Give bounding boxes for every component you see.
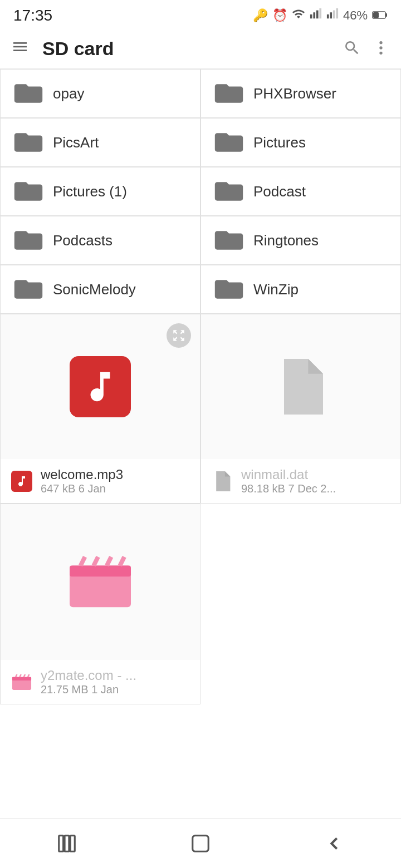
- folder-icon: [14, 180, 43, 203]
- svg-line-19: [120, 557, 124, 566]
- expand-button[interactable]: [167, 323, 191, 348]
- folder-name: PicsArt: [53, 134, 99, 151]
- status-bar: 17:35 🔑 ⏰ 46%: [0, 0, 401, 29]
- file-name: winmail.dat: [241, 467, 336, 482]
- signal-icon: [310, 8, 322, 23]
- file-item-welcome-mp3[interactable]: welcome.mp3 647 kB 6 Jan: [0, 314, 200, 504]
- file-meta: 21.75 MB 1 Jan: [41, 683, 136, 696]
- header: SD card: [0, 29, 401, 69]
- key-icon: 🔑: [253, 8, 268, 23]
- svg-line-17: [94, 557, 98, 566]
- svg-point-12: [379, 46, 382, 49]
- alarm-icon: ⏰: [272, 8, 287, 23]
- file-info: y2mate.com - ... 21.75 MB 1 Jan: [1, 660, 200, 704]
- svg-line-16: [81, 557, 85, 566]
- svg-rect-2: [316, 11, 319, 19]
- status-icons: 🔑 ⏰ 46%: [253, 7, 388, 24]
- file-preview: [1, 504, 200, 660]
- folder-item[interactable]: Podcast: [200, 167, 401, 216]
- svg-rect-28: [70, 835, 75, 851]
- file-name: y2mate.com - ...: [41, 668, 136, 683]
- home-nav-button[interactable]: [173, 827, 228, 860]
- folder-item[interactable]: PicsArt: [0, 118, 200, 167]
- folder-icon: [214, 82, 243, 105]
- recent-nav-button[interactable]: [39, 827, 95, 860]
- folder-name: Pictures: [253, 134, 306, 151]
- page-title: SD card: [42, 38, 343, 60]
- svg-rect-3: [319, 8, 321, 18]
- folder-name: Ringtones: [253, 232, 319, 249]
- folder-name: Podcast: [253, 183, 306, 200]
- folder-name: WinZip: [253, 281, 299, 298]
- folder-icon: [14, 131, 43, 154]
- svg-rect-9: [385, 13, 387, 17]
- file-text: welcome.mp3 647 kB 6 Jan: [41, 467, 123, 495]
- svg-line-18: [107, 557, 111, 566]
- folder-name: opay: [53, 85, 84, 102]
- folder-icon: [14, 278, 43, 301]
- battery-text: 46%: [343, 8, 368, 23]
- file-info: welcome.mp3 647 kB 6 Jan: [1, 459, 200, 503]
- more-icon[interactable]: [372, 39, 390, 59]
- svg-rect-6: [333, 11, 335, 19]
- folder-item[interactable]: SonicMelody: [0, 265, 200, 314]
- folder-item[interactable]: Pictures: [200, 118, 401, 167]
- folder-icon: [214, 229, 243, 252]
- svg-point-11: [379, 41, 382, 44]
- folder-name: Podcasts: [53, 232, 113, 249]
- svg-line-22: [16, 674, 17, 677]
- folder-name: SonicMelody: [53, 281, 136, 298]
- file-type-icon: [11, 470, 33, 492]
- folder-name: Pictures (1): [53, 183, 127, 200]
- file-text: winmail.dat 98.18 kB 7 Dec 2...: [241, 467, 336, 495]
- svg-rect-10: [373, 12, 379, 18]
- folder-icon: [14, 229, 43, 252]
- file-text: y2mate.com - ... 21.75 MB 1 Jan: [41, 668, 136, 696]
- header-actions: [343, 39, 390, 59]
- back-nav-button[interactable]: [306, 827, 362, 860]
- svg-point-13: [379, 51, 382, 54]
- file-preview: [1, 314, 200, 459]
- signal2-icon: [326, 8, 339, 23]
- svg-rect-29: [193, 835, 209, 851]
- svg-rect-15: [70, 566, 131, 577]
- folder-icon: [214, 278, 243, 301]
- folder-item[interactable]: Ringtones: [200, 216, 401, 265]
- folder-icon: [214, 180, 243, 203]
- svg-rect-1: [313, 12, 315, 18]
- file-grid: opay PHXBrowser PicsArt Pictures Picture…: [0, 69, 401, 704]
- svg-rect-4: [327, 14, 329, 18]
- svg-rect-21: [12, 677, 31, 680]
- folder-item[interactable]: opay: [0, 69, 200, 118]
- file-type-icon: [211, 470, 233, 492]
- svg-line-25: [28, 674, 29, 677]
- status-time: 17:35: [13, 7, 52, 24]
- file-type-icon: [11, 671, 33, 693]
- generic-file-icon-large: [278, 359, 323, 415]
- svg-rect-0: [310, 14, 312, 18]
- folder-item[interactable]: Podcasts: [0, 216, 200, 265]
- file-item-winmail-dat[interactable]: winmail.dat 98.18 kB 7 Dec 2...: [200, 314, 401, 504]
- folder-item[interactable]: Pictures (1): [0, 167, 200, 216]
- file-preview: [201, 314, 400, 459]
- search-icon[interactable]: [343, 39, 361, 59]
- file-item-y2mate[interactable]: y2mate.com - ... 21.75 MB 1 Jan: [0, 504, 200, 704]
- svg-line-24: [24, 674, 25, 677]
- menu-icon[interactable]: [11, 38, 29, 60]
- file-name: welcome.mp3: [41, 467, 123, 482]
- folder-item[interactable]: WinZip: [200, 265, 401, 314]
- file-info: winmail.dat 98.18 kB 7 Dec 2...: [201, 459, 400, 503]
- mp3-icon-large: [70, 356, 131, 417]
- svg-rect-7: [336, 8, 338, 18]
- file-meta: 98.18 kB 7 Dec 2...: [241, 482, 336, 495]
- svg-line-23: [19, 674, 21, 677]
- file-meta: 647 kB 6 Jan: [41, 482, 123, 495]
- folder-name: PHXBrowser: [253, 85, 336, 102]
- folder-icon: [214, 131, 243, 154]
- svg-rect-27: [65, 835, 69, 851]
- video-icon-large: [70, 557, 131, 607]
- folder-item[interactable]: PHXBrowser: [200, 69, 401, 118]
- svg-rect-26: [59, 835, 63, 851]
- svg-rect-5: [330, 12, 332, 18]
- folder-icon: [14, 82, 43, 105]
